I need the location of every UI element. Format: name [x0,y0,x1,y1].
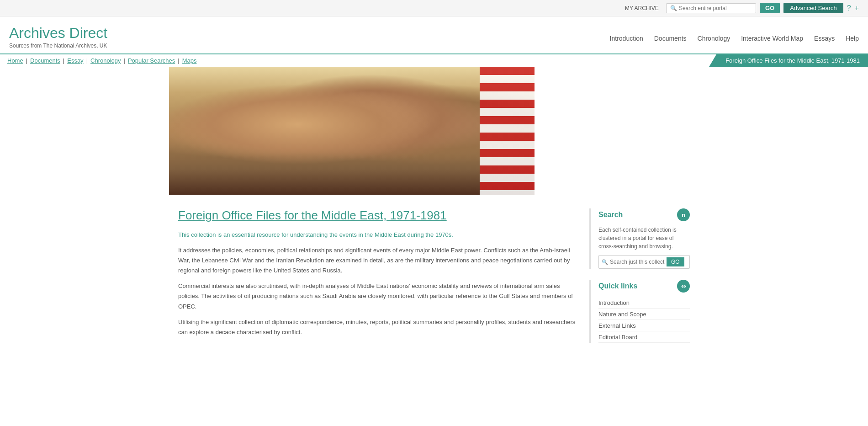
sidebar-search-input[interactable] [610,259,665,265]
site-branding: Archives Direct Sources from The Nationa… [9,25,107,49]
collection-title: Foreign Office Files for the Middle East… [178,208,580,223]
go-button-top[interactable]: GO [760,3,780,13]
nav-help[interactable]: Help [846,35,859,42]
sidebar-search-box: 🔍 GO [598,255,690,269]
quick-links-list: Introduction Nature and Scope External L… [598,297,690,343]
main-nav: Introduction Documents Chronology Intera… [610,25,859,42]
breadcrumb-popular-searches[interactable]: Popular Searches [128,57,175,64]
breadcrumb-home[interactable]: Home [7,57,23,64]
sidebar-quicklinks-section: Quick links ⇔ Introduction Nature and Sc… [589,280,690,343]
collection-desc-2: It addresses the policies, economies, po… [178,245,580,276]
quicklink-nature-and-scope: Nature and Scope [598,309,690,320]
quicklink-introduction-link[interactable]: Introduction [598,299,630,306]
quicklink-external-links-link[interactable]: External Links [598,322,636,329]
hero-image-wrapper [169,67,535,195]
sidebar-search-magnifier-icon: 🔍 [602,259,608,265]
quicklink-nature-and-scope-link[interactable]: Nature and Scope [598,311,646,318]
quicklink-editorial-board-link[interactable]: Editorial Board [598,334,637,341]
site-title: Archives Direct [9,25,107,42]
search-entire-portal-wrapper: 🔍 [666,3,756,13]
advanced-search-button[interactable]: Advanced Search [783,3,843,13]
site-subtitle: Sources from The National Archives, UK [9,43,107,49]
main-content-outer: Foreign Office Files for the Middle East… [160,195,708,367]
nav-documents[interactable]: Documents [654,35,687,42]
sidebar-go-button[interactable]: GO [667,257,684,266]
search-entire-portal-input[interactable] [679,5,752,11]
collection-desc-4: Utilising the significant collection of … [178,317,580,337]
content-wrapper: Foreign Office Files for the Middle East… [169,195,699,367]
quicklink-external-links: External Links [598,320,690,331]
hero-outer [160,67,708,195]
main-col: Foreign Office Files for the Middle East… [178,195,580,367]
sidebar-search-icon: n [677,208,690,221]
sidebar-quicklinks-title: Quick links [598,282,637,290]
collection-desc-1: This collection is an essential resource… [178,230,580,240]
sidebar-search-section: Search n Each self-contained collection … [589,208,690,269]
my-archive-label: MY ARCHIVE [625,5,659,11]
nav-chronology[interactable]: Chronology [698,35,730,42]
quicklink-editorial-board: Editorial Board [598,331,690,343]
top-bar: MY ARCHIVE 🔍 GO Advanced Search ? + [0,0,868,16]
hero-image [169,67,535,195]
breadcrumb-bar: Home | Documents | Essay | Chronology | … [0,53,868,67]
breadcrumb-chronology[interactable]: Chronology [90,57,121,64]
sidebar-quicklinks-header: Quick links ⇔ [598,280,690,293]
breadcrumb-essay[interactable]: Essay [67,57,83,64]
search-icon: 🔍 [670,5,677,11]
sidebar-search-header: Search n [598,208,690,221]
hero-photo-sim [169,67,535,195]
plus-icon[interactable]: + [855,4,859,12]
breadcrumb-collection: Foreign Office Files for the Middle East… [709,54,868,67]
sidebar-col: Search n Each self-contained collection … [589,195,690,367]
help-icon[interactable]: ? [847,4,851,12]
header: Archives Direct Sources from The Nationa… [0,16,868,53]
breadcrumb-left: Home | Documents | Essay | Chronology | … [0,54,709,67]
breadcrumb-maps[interactable]: Maps [182,57,197,64]
quicklink-introduction: Introduction [598,297,690,309]
collection-desc-3: Commercial interests are also scrutinise… [178,281,580,311]
nav-essays[interactable]: Essays [814,35,835,42]
sidebar-search-desc: Each self-contained collection is cluste… [598,226,690,250]
sidebar-quicklinks-icon: ⇔ [677,280,690,293]
sidebar-search-title: Search [598,211,623,219]
nav-introduction[interactable]: Introduction [610,35,643,42]
nav-interactive-world-map[interactable]: Interactive World Map [741,35,803,42]
breadcrumb-documents[interactable]: Documents [30,57,60,64]
